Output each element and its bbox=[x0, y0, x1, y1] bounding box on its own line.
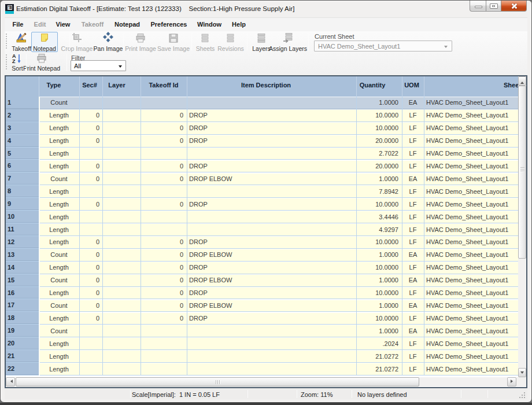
svg-text:Z: Z bbox=[12, 58, 16, 64]
